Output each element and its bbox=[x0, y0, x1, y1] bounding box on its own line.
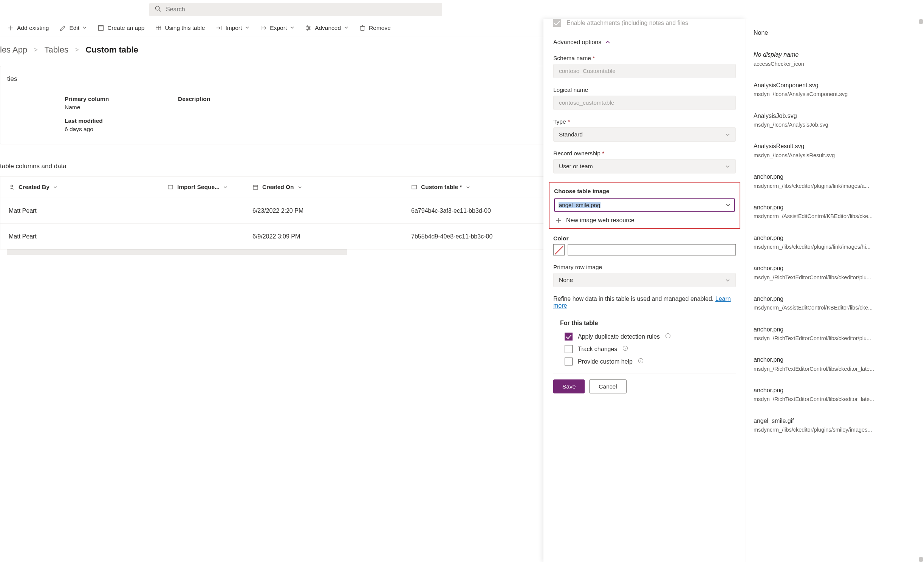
flyout-option-title: anchor.png bbox=[754, 203, 916, 212]
flyout-option[interactable]: anchor.pngmsdyncrm_/AssistEditControl/KB… bbox=[746, 288, 924, 319]
chevron-down-icon bbox=[298, 185, 302, 189]
required-icon: * bbox=[602, 150, 604, 156]
flyout-option-subtitle: msdyncrm_/libs/ckeditor/plugins/smiley/i… bbox=[754, 425, 916, 433]
duplicate-detection-label: Apply duplicate detection rules bbox=[578, 333, 660, 340]
duplicate-detection-checkbox[interactable] bbox=[565, 333, 573, 341]
cmd-add-existing[interactable]: Add existing bbox=[2, 19, 54, 37]
col-created-by-label: Created By bbox=[19, 184, 50, 190]
chevron-down-icon bbox=[82, 25, 87, 31]
col-created-on[interactable]: Created On bbox=[252, 184, 411, 190]
chevron-down-icon bbox=[344, 25, 348, 31]
primary-column-label: Primary column bbox=[65, 96, 178, 102]
track-changes-row[interactable]: Track changes bbox=[553, 343, 736, 355]
flyout-option-subtitle: accessChecker_icon bbox=[754, 59, 916, 68]
flyout-option[interactable]: anchor.pngmsdyn_/RichTextEditorControl/l… bbox=[746, 349, 924, 379]
cmd-export[interactable]: Export bbox=[255, 19, 300, 37]
flyout-option[interactable]: anchor.pngmsdyn_/RichTextEditorControl/l… bbox=[746, 319, 924, 349]
advanced-options-label: Advanced options bbox=[553, 39, 601, 46]
flyout-option-title: anchor.png bbox=[754, 234, 916, 242]
crumb-tables[interactable]: Tables bbox=[45, 45, 69, 55]
cmd-create-app[interactable]: Create an app bbox=[92, 19, 150, 37]
cmd-import[interactable]: Import bbox=[210, 19, 255, 37]
cancel-button[interactable]: Cancel bbox=[589, 379, 626, 393]
choose-table-image-combo[interactable]: angel_smile.png bbox=[554, 198, 735, 212]
panel-footer: Save Cancel bbox=[553, 373, 736, 399]
enable-attachments-label: Enable attachments (including notes and … bbox=[566, 20, 688, 26]
save-button[interactable]: Save bbox=[553, 379, 585, 393]
last-modified-label: Last modified bbox=[65, 112, 178, 124]
duplicate-detection-row[interactable]: Apply duplicate detection rules bbox=[553, 330, 736, 343]
col-import-seq[interactable]: Import Seque... bbox=[167, 184, 252, 190]
chevron-down-icon bbox=[726, 203, 731, 207]
svg-line-1 bbox=[159, 10, 161, 12]
flyout-option-subtitle: msdyncrm_/libs/ckeditor/plugins/link/ima… bbox=[754, 242, 916, 251]
flyout-option[interactable]: AnalysisJob.svgmsdyn_/Icons/AnalysisJob.… bbox=[746, 105, 924, 136]
record-ownership-select: User or team bbox=[553, 159, 736, 173]
record-ownership-value: User or team bbox=[559, 163, 593, 170]
flyout-option[interactable]: anchor.pngmsdyn_/RichTextEditorControl/l… bbox=[746, 257, 924, 288]
flyout-option-title: AnalysisComponent.svg bbox=[754, 81, 916, 90]
flyout-option-subtitle: msdyncrm_/AssistEditControl/KBEditor/lib… bbox=[754, 303, 916, 311]
person-icon bbox=[9, 184, 15, 190]
scroll-thumb-down-icon[interactable] bbox=[919, 557, 923, 562]
primary-column-value: Name bbox=[65, 104, 178, 111]
svg-rect-42 bbox=[253, 185, 258, 189]
search-box[interactable] bbox=[149, 3, 442, 16]
flyout-option[interactable]: None bbox=[746, 22, 924, 44]
flyout-option[interactable]: angel_smile.gifmsdyncrm_/libs/ckeditor/p… bbox=[746, 410, 924, 441]
required-icon: * bbox=[568, 118, 570, 125]
cmd-edit-label: Edit bbox=[69, 25, 79, 31]
scroll-thumb-up-icon[interactable] bbox=[919, 19, 923, 24]
new-image-web-resource[interactable]: New image web resource bbox=[554, 212, 735, 225]
track-changes-label: Track changes bbox=[578, 346, 617, 353]
crumb-app[interactable]: les App bbox=[0, 45, 27, 55]
cmd-remove[interactable]: Remove bbox=[354, 19, 396, 37]
flyout-option-subtitle: msdyn_/RichTextEditorControl/libs/ckedit… bbox=[754, 334, 916, 342]
col-custom-table[interactable]: Custom table * bbox=[411, 184, 517, 190]
image-picker-flyout: NoneNo display nameaccessChecker_iconAna… bbox=[746, 19, 924, 562]
flyout-option[interactable]: AnalysisResult.svgmsdyn_/Icons/AnalysisR… bbox=[746, 135, 924, 166]
custom-help-row[interactable]: Provide custom help bbox=[553, 355, 736, 368]
info-icon[interactable] bbox=[622, 345, 628, 353]
color-swatch[interactable] bbox=[553, 244, 565, 255]
cell-custom-table: 7b55b4d9-40e8-ec11-bb3c-00 bbox=[411, 233, 517, 240]
flyout-option[interactable]: anchor.pngmsdyncrm_/AssistEditControl/KB… bbox=[746, 197, 924, 227]
flyout-option[interactable]: AnalysisComponent.svgmsdyn_/Icons/Analys… bbox=[746, 74, 924, 105]
key-icon bbox=[411, 184, 417, 190]
info-icon[interactable] bbox=[638, 358, 644, 365]
horizontal-scrollbar[interactable] bbox=[7, 249, 347, 255]
cmd-using-table[interactable]: Using this table bbox=[150, 19, 210, 37]
chevron-down-icon bbox=[245, 25, 249, 31]
cell-custom-table: 6a794b4c-3af3-ec11-bb3d-00 bbox=[411, 207, 517, 214]
refine-note: Refine how data in this table is used an… bbox=[553, 294, 736, 312]
flyout-option[interactable]: anchor.pngmsdyncrm_/libs/ckeditor/plugin… bbox=[746, 166, 924, 197]
flyout-option-subtitle: msdyn_/Icons/AnalysisJob.svg bbox=[754, 120, 916, 129]
number-icon bbox=[167, 184, 173, 190]
cmd-advanced[interactable]: Advanced bbox=[300, 19, 354, 37]
cmd-edit[interactable]: Edit bbox=[54, 19, 92, 37]
flyout-option-title: anchor.png bbox=[754, 356, 916, 364]
flyout-option[interactable]: anchor.pngmsdyn_/RichTextEditorControl/l… bbox=[746, 379, 924, 410]
color-label: Color bbox=[553, 235, 736, 244]
flyout-scrollbar[interactable] bbox=[919, 19, 923, 562]
advanced-options-toggle[interactable]: Advanced options bbox=[553, 32, 736, 53]
col-created-by[interactable]: Created By bbox=[9, 184, 167, 190]
chevron-right-icon: > bbox=[34, 46, 37, 53]
flyout-option-title: anchor.png bbox=[754, 325, 916, 334]
cmd-import-label: Import bbox=[225, 25, 242, 31]
flyout-option-subtitle: msdyncrm_/libs/ckeditor/plugins/link/ima… bbox=[754, 181, 916, 190]
flyout-option[interactable]: anchor.pngmsdyncrm_/libs/ckeditor/plugin… bbox=[746, 227, 924, 258]
schema-name-label: Schema name * bbox=[553, 55, 736, 64]
flyout-option[interactable]: No display nameaccessChecker_icon bbox=[746, 44, 924, 74]
track-changes-checkbox[interactable] bbox=[565, 345, 573, 353]
color-hex-input[interactable] bbox=[568, 244, 736, 255]
info-icon[interactable] bbox=[665, 333, 671, 340]
choose-table-image-label: Choose table image bbox=[554, 188, 735, 198]
logical-name-input: contoso_customtable bbox=[553, 96, 736, 110]
flyout-option-title: anchor.png bbox=[754, 173, 916, 181]
chevron-down-icon bbox=[725, 278, 730, 283]
required-icon: * bbox=[593, 55, 595, 61]
schema-name-input: contoso_Customtable bbox=[553, 64, 736, 78]
search-input[interactable] bbox=[166, 6, 437, 13]
custom-help-checkbox[interactable] bbox=[565, 358, 573, 365]
